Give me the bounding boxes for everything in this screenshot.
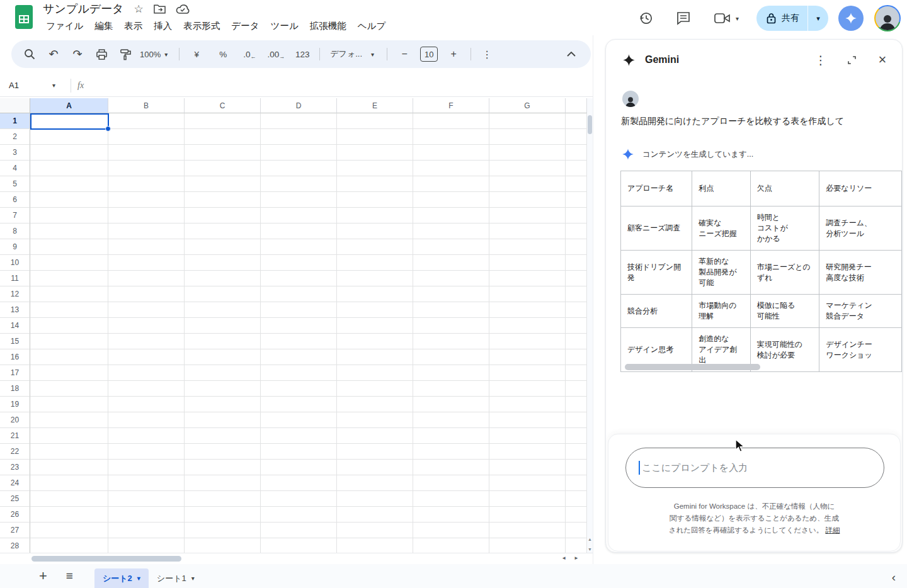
row-header[interactable]: 2 (0, 129, 30, 145)
column-header[interactable]: B (108, 98, 185, 113)
menu-item[interactable]: 挿入 (148, 18, 178, 35)
row-header[interactable]: 26 (0, 507, 30, 523)
cloud-saved-icon[interactable] (176, 4, 190, 14)
decrease-decimal-button[interactable]: .0← (239, 45, 260, 64)
horizontal-scrollbar[interactable]: ◄ ► (0, 553, 593, 564)
search-icon[interactable] (20, 45, 39, 64)
horizontal-scrollbar-thumb[interactable] (31, 556, 181, 562)
menu-item[interactable]: ヘルプ (352, 18, 392, 35)
row-header[interactable]: 24 (0, 475, 30, 491)
row-header[interactable]: 20 (0, 412, 30, 428)
row-header[interactable]: 8 (0, 223, 30, 239)
scroll-left-arrow[interactable]: ◄ (561, 555, 566, 561)
row-header[interactable]: 21 (0, 428, 30, 444)
number-format-button[interactable]: 123 (292, 45, 313, 64)
format-percent-button[interactable]: % (212, 45, 234, 64)
gemini-button[interactable] (838, 6, 864, 31)
collapse-toolbar-button[interactable] (562, 45, 581, 64)
increase-font-size-button[interactable]: + (443, 45, 464, 64)
format-currency-button[interactable]: ¥ (186, 45, 207, 64)
move-to-folder-icon[interactable] (154, 4, 166, 14)
prompt-input[interactable]: ここにプロンプトを入力 (625, 448, 884, 488)
row-header[interactable]: 7 (0, 208, 30, 223)
menu-item[interactable]: データ (225, 18, 265, 35)
star-icon[interactable]: ☆ (134, 4, 144, 14)
cells-area[interactable] (30, 113, 587, 553)
sheet-tab-caret[interactable]: ▾ (191, 575, 195, 582)
menu-item[interactable]: 表示形式 (178, 18, 225, 35)
font-size-input[interactable]: 10 (420, 47, 438, 62)
menu-item[interactable]: 編集 (89, 18, 118, 35)
select-all-corner[interactable] (0, 98, 30, 113)
column-header-partial[interactable] (566, 98, 587, 113)
row-header[interactable]: 5 (0, 176, 30, 192)
redo-button[interactable]: ↷ (68, 45, 87, 64)
decrease-font-size-button[interactable]: − (394, 45, 415, 64)
row-header[interactable]: 22 (0, 444, 30, 460)
all-sheets-button[interactable]: ≡ (66, 569, 73, 583)
fill-handle[interactable] (105, 126, 111, 132)
row-header[interactable]: 28 (0, 538, 30, 554)
menu-item[interactable]: ツール (265, 18, 304, 35)
column-header[interactable]: A (30, 98, 108, 113)
column-header[interactable]: G (489, 98, 566, 113)
paint-format-button[interactable] (116, 45, 135, 64)
gemini-more-options-button[interactable]: ⋮ (814, 53, 828, 67)
menu-item[interactable]: 表示 (118, 18, 148, 35)
gemini-expand-button[interactable] (845, 55, 859, 65)
more-toolbar-options-button[interactable]: ⋮ (477, 45, 496, 64)
scroll-up-arrow[interactable]: ▲ (588, 537, 592, 541)
row-header[interactable]: 10 (0, 255, 30, 271)
zoom-selector[interactable]: 100% ▾ (135, 45, 173, 64)
sheet-tab-caret[interactable]: ▾ (137, 575, 140, 582)
active-cell-selection[interactable] (30, 113, 109, 130)
share-dropdown-caret[interactable]: ▾ (808, 14, 828, 23)
row-header[interactable]: 16 (0, 349, 30, 365)
collapse-side-panel-button[interactable]: ‹ (892, 570, 896, 584)
add-sheet-button[interactable]: + (39, 568, 47, 584)
increase-decimal-button[interactable]: .00→ (265, 45, 287, 64)
scroll-down-arrow[interactable]: ▼ (588, 547, 592, 551)
row-header[interactable]: 4 (0, 161, 30, 176)
vertical-scrollbar[interactable]: ▲ ▼ (587, 98, 593, 553)
row-header[interactable]: 9 (0, 239, 30, 255)
formula-input[interactable] (93, 74, 593, 96)
scroll-right-arrow[interactable]: ► (574, 555, 579, 561)
row-header[interactable]: 13 (0, 302, 30, 318)
disclaimer-details-link[interactable]: 詳細 (825, 526, 840, 534)
column-header[interactable]: C (185, 98, 261, 113)
menu-item[interactable]: 拡張機能 (304, 18, 352, 35)
table-scrollbar-thumb[interactable] (625, 364, 760, 370)
row-header[interactable]: 25 (0, 491, 30, 507)
sheets-logo-icon[interactable] (14, 4, 33, 30)
vertical-scrollbar-thumb[interactable] (588, 115, 592, 134)
sheet-tab[interactable]: シート1▾ (149, 568, 203, 588)
sheet-tab[interactable]: シート2▾ (94, 568, 149, 588)
account-avatar[interactable] (874, 5, 901, 31)
column-header[interactable]: F (413, 98, 489, 113)
menu-item[interactable]: ファイル (40, 18, 89, 35)
column-header[interactable]: D (261, 98, 337, 113)
gemini-close-button[interactable]: × (876, 52, 889, 68)
row-header[interactable]: 17 (0, 365, 30, 381)
row-header[interactable]: 6 (0, 192, 30, 208)
camera-dropdown-caret[interactable]: ▾ (736, 15, 739, 22)
font-selector[interactable]: デフォ... ▾ (326, 45, 380, 64)
comments-icon[interactable] (675, 11, 692, 25)
row-header[interactable]: 12 (0, 286, 30, 302)
row-header[interactable]: 14 (0, 318, 30, 334)
column-header[interactable]: E (337, 98, 413, 113)
row-header[interactable]: 27 (0, 523, 30, 538)
print-button[interactable] (92, 45, 111, 64)
cell-name-box[interactable]: A1 ▾ (0, 81, 60, 90)
document-title[interactable]: サンプルデータ (43, 1, 124, 16)
meet-camera-icon[interactable] (714, 13, 731, 24)
undo-button[interactable]: ↶ (44, 45, 63, 64)
share-button[interactable]: 共有 (756, 6, 807, 31)
row-header[interactable]: 19 (0, 397, 30, 412)
row-header[interactable]: 15 (0, 334, 30, 349)
version-history-icon[interactable] (637, 11, 654, 26)
row-header[interactable]: 18 (0, 381, 30, 397)
row-header[interactable]: 3 (0, 145, 30, 161)
row-header[interactable]: 1 (0, 113, 30, 129)
